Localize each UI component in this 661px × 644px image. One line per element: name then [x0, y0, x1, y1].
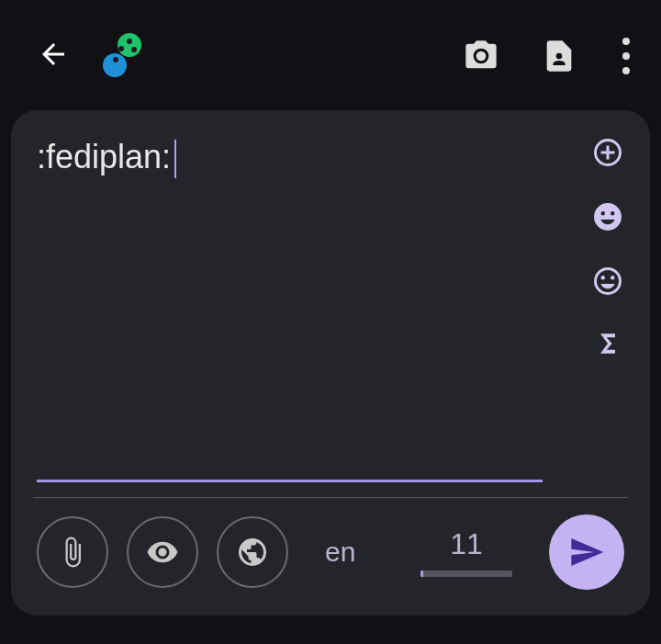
contact-icon[interactable]: [541, 38, 577, 74]
globe-icon: [236, 536, 269, 569]
dot-icon: [622, 38, 630, 45]
compose-card: :fediplan: en 11: [11, 110, 650, 616]
add-icon[interactable]: [591, 136, 624, 169]
divider: [33, 497, 628, 498]
compose-input[interactable]: :fediplan:: [37, 130, 569, 488]
visibility-button[interactable]: [127, 516, 198, 588]
emoji-filled-icon[interactable]: [591, 200, 624, 233]
counter-value: 11: [450, 527, 483, 561]
avatar-icon: [97, 32, 145, 80]
eye-icon: [146, 536, 179, 569]
svg-point-2: [127, 39, 132, 44]
top-bar: [0, 0, 661, 103]
dot-icon: [622, 52, 630, 60]
svg-point-1: [103, 53, 127, 77]
character-counter: 11: [420, 527, 512, 577]
send-button[interactable]: [549, 514, 624, 590]
more-options-button[interactable]: [619, 34, 633, 78]
back-button[interactable]: [37, 38, 70, 74]
language-button[interactable]: en: [325, 537, 355, 568]
send-icon: [568, 534, 605, 571]
counter-progress-fill: [420, 571, 423, 577]
svg-point-5: [113, 57, 118, 62]
attach-button[interactable]: [37, 516, 108, 588]
svg-point-0: [118, 33, 141, 57]
top-actions: [463, 34, 633, 78]
scope-button[interactable]: [217, 516, 288, 588]
emoji-outline-icon[interactable]: [591, 265, 624, 298]
arrow-back-icon: [37, 38, 70, 71]
input-underline: [37, 480, 543, 482]
text-cursor: [174, 140, 176, 178]
svg-point-4: [131, 47, 137, 52]
avatar[interactable]: [97, 32, 145, 80]
dot-icon: [622, 67, 630, 74]
bottom-toolbar: en 11: [37, 514, 624, 595]
camera-icon[interactable]: [463, 38, 499, 74]
side-toolbar: [591, 130, 624, 488]
sigma-icon[interactable]: [593, 329, 622, 358]
counter-progress: [420, 571, 512, 577]
attachment-icon: [56, 536, 89, 569]
compose-text: :fediplan:: [37, 130, 569, 480]
svg-point-3: [118, 46, 124, 51]
